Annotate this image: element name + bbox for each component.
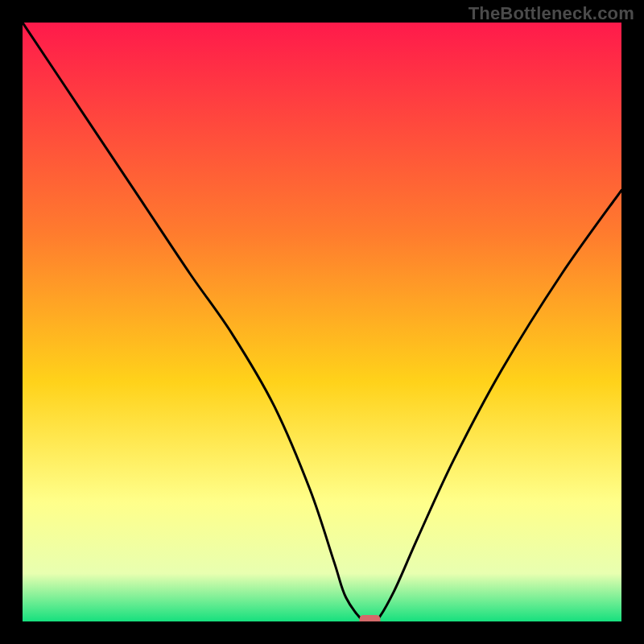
plot-area <box>23 23 621 621</box>
chart-svg <box>23 23 621 621</box>
chart-frame: TheBottleneck.com <box>0 0 644 644</box>
optimum-marker <box>360 615 381 621</box>
watermark-text: TheBottleneck.com <box>469 3 634 24</box>
